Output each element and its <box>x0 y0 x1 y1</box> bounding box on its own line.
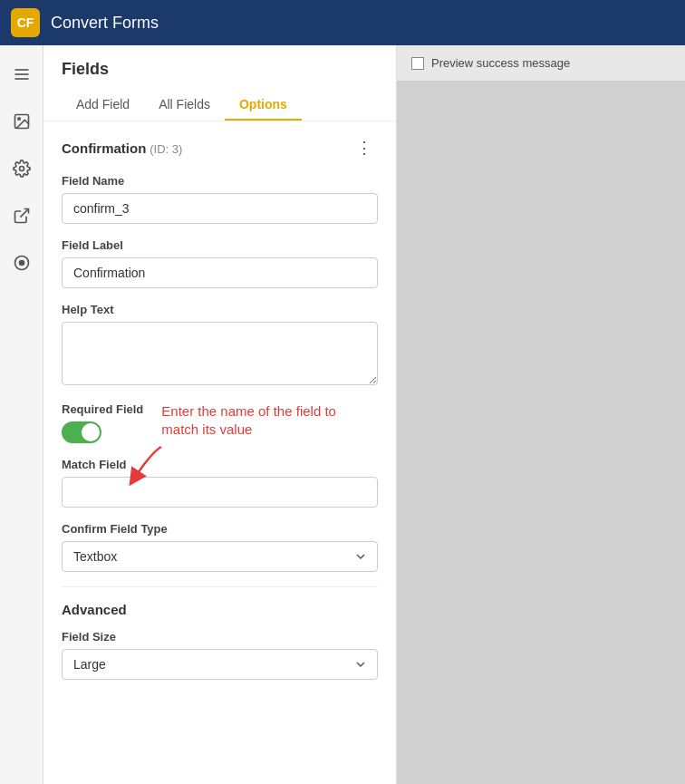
required-field-toggle[interactable] <box>62 421 101 443</box>
match-field-wrapper <box>62 477 378 508</box>
field-size-label: Field Size <box>62 630 378 644</box>
more-options-button[interactable]: ⋮ <box>351 136 378 160</box>
fields-panel: Fields Add Field All Fields Options Conf… <box>43 45 397 784</box>
tab-options[interactable]: Options <box>225 90 302 121</box>
fields-title: Fields <box>62 60 378 79</box>
toggle-thumb <box>82 423 100 441</box>
tab-all-fields[interactable]: All Fields <box>144 90 225 121</box>
section-divider <box>62 586 378 587</box>
preview-panel: Preview success message <box>397 45 685 784</box>
icon-sidebar <box>0 45 43 784</box>
preview-success-label: Preview success message <box>431 56 570 70</box>
field-name-label: Field Name <box>62 174 378 188</box>
svg-point-5 <box>19 167 24 171</box>
svg-line-6 <box>20 209 28 218</box>
field-title: Confirmation (ID: 3) <box>62 140 182 156</box>
svg-point-4 <box>17 118 19 121</box>
list-icon[interactable] <box>7 60 36 89</box>
tooltip-annotation: Enter the name of the field to match its… <box>161 402 342 438</box>
field-size-group: Field Size Large Medium Small <box>62 630 378 680</box>
required-field-row: Required Field Enter the name of the fie… <box>62 402 378 443</box>
red-arrow-icon <box>107 442 179 488</box>
svg-point-8 <box>19 261 24 266</box>
form-content: Confirmation (ID: 3) ⋮ Field Name Field … <box>43 121 396 784</box>
help-text-label: Help Text <box>62 303 378 316</box>
field-label-input[interactable] <box>62 257 378 288</box>
help-text-input[interactable] <box>62 322 378 385</box>
navbar: CF Convert Forms <box>0 0 685 45</box>
gear-icon[interactable] <box>7 154 36 183</box>
toggle-col: Required Field <box>62 402 143 443</box>
tab-add-field[interactable]: Add Field <box>62 90 144 121</box>
app-logo: CF <box>11 8 40 37</box>
match-field-group: Match Field <box>62 458 378 508</box>
toggle-track[interactable] <box>62 421 101 443</box>
image-icon[interactable] <box>7 107 36 136</box>
tabs: Add Field All Fields Options <box>62 90 378 121</box>
plug-icon[interactable] <box>7 201 36 230</box>
app-title: Convert Forms <box>51 14 159 33</box>
help-text-group: Help Text <box>62 303 378 388</box>
field-name-group: Field Name <box>62 174 378 224</box>
confirm-field-type-group: Confirm Field Type Textbox Password <box>62 522 378 572</box>
field-section-header: Confirmation (ID: 3) ⋮ <box>62 136 378 160</box>
field-label-group: Field Label <box>62 238 378 288</box>
field-label-label: Field Label <box>62 238 378 252</box>
confirm-field-type-label: Confirm Field Type <box>62 522 378 536</box>
confirm-field-type-select[interactable]: Textbox Password <box>62 541 378 572</box>
fields-header: Fields Add Field All Fields Options <box>43 45 396 121</box>
field-size-select[interactable]: Large Medium Small <box>62 649 378 680</box>
field-name-input[interactable] <box>62 193 378 224</box>
advanced-title: Advanced <box>62 602 378 617</box>
preview-success-checkbox[interactable] <box>411 57 424 70</box>
circle-icon[interactable] <box>7 248 36 277</box>
preview-header: Preview success message <box>397 45 685 82</box>
required-field-label: Required Field <box>62 402 143 416</box>
